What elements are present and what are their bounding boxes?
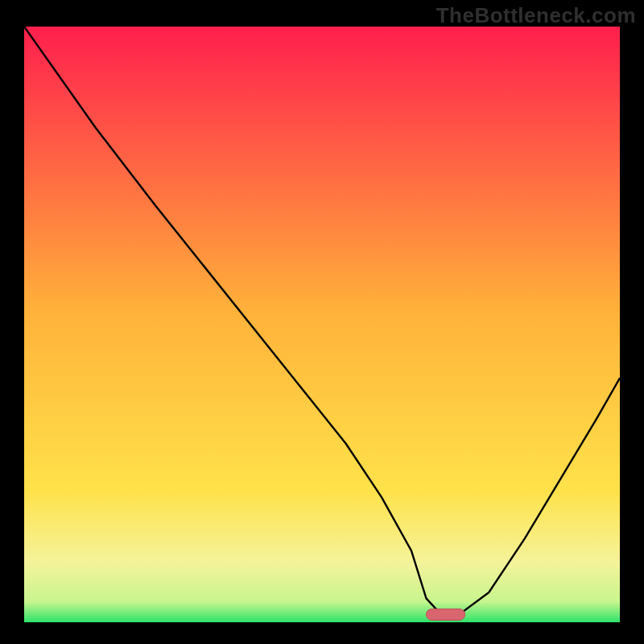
chart-frame: TheBottleneck.com: [0, 0, 644, 644]
optimal-range-marker: [427, 609, 465, 620]
plot-area: [24, 27, 620, 622]
chart-svg: [24, 27, 620, 622]
gradient-background: [24, 27, 620, 622]
watermark-text: TheBottleneck.com: [436, 3, 636, 28]
